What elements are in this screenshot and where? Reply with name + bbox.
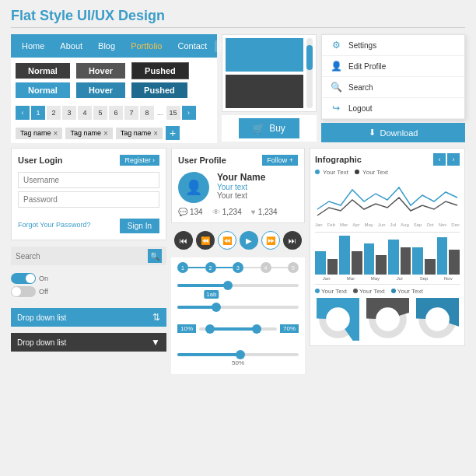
slider-2-track[interactable]: 1ab <box>177 306 299 309</box>
search-submit-button[interactable]: 🔍 <box>148 249 162 263</box>
pagination: ‹ 1 2 3 4 5 6 7 8 ... 15 › <box>11 103 217 123</box>
nav-about[interactable]: About <box>52 34 90 58</box>
media-btn-next[interactable]: ⏭ <box>283 231 302 250</box>
dropdown-2[interactable]: Drop down list ▼ <box>11 333 166 352</box>
page-5[interactable]: 5 <box>93 106 107 120</box>
range-labels: 10% 70% <box>177 324 299 333</box>
menu-settings[interactable]: ⚙ Settings <box>322 35 464 56</box>
step-4: 4 <box>261 262 271 273</box>
scroll-content <box>226 38 303 108</box>
page-7[interactable]: 7 <box>124 106 138 120</box>
next-page-btn[interactable]: › <box>182 106 196 120</box>
range-track[interactable] <box>199 327 277 331</box>
password-input[interactable] <box>18 191 159 208</box>
download-label: Download <box>380 128 418 138</box>
slider-3-thumb[interactable] <box>236 350 245 359</box>
bar-2-gray <box>352 251 362 275</box>
page-1[interactable]: 1 <box>31 106 45 120</box>
pie-legend-3: Your Text <box>391 288 423 295</box>
steps-row: 1 2 3 4 5 <box>177 262 299 273</box>
hover-button-dark[interactable]: Hover <box>76 63 125 79</box>
download-button[interactable]: ⬇ Download <box>321 123 465 142</box>
login-header: User Login Register › <box>18 155 159 166</box>
pie-legend-dot-3 <box>391 289 396 293</box>
page-6[interactable]: 6 <box>109 106 123 120</box>
bar-3-blue <box>364 243 375 275</box>
page-8[interactable]: 8 <box>140 106 154 120</box>
range-thumb-right[interactable] <box>252 324 261 334</box>
toggle-on-thumb <box>26 274 35 283</box>
signin-button[interactable]: Sign In <box>120 219 159 233</box>
toggle-on-track[interactable] <box>11 273 36 284</box>
legend-2: Your Text <box>355 169 388 176</box>
add-tag-button[interactable]: + <box>166 126 180 140</box>
line-chart: JanFebMarAprMayJun JulAugSepOctNovDec <box>315 178 460 227</box>
tag-3-close[interactable]: × <box>153 129 158 138</box>
vertical-scrollbar[interactable] <box>306 38 313 108</box>
media-btn-prev-prev[interactable]: ⏮ <box>174 231 193 250</box>
nav-home[interactable]: Home <box>14 34 52 58</box>
toggle-on: On <box>11 273 166 284</box>
slider-3-track[interactable] <box>177 353 299 356</box>
pushed-button-dark[interactable]: Pushed <box>131 62 189 79</box>
step-2: 2 <box>205 262 216 273</box>
button-row-1: Normal Hover Pushed <box>16 62 212 79</box>
page-3[interactable]: 3 <box>62 106 76 120</box>
search-input[interactable] <box>16 252 145 261</box>
username-input[interactable] <box>18 172 159 188</box>
step-line-3 <box>243 267 261 268</box>
normal-button-dark[interactable]: Normal <box>16 63 70 79</box>
pie-legend-2: Your Text <box>353 288 385 295</box>
normal-button-blue[interactable]: Normal <box>16 82 70 98</box>
pie-legend-dot-2 <box>353 289 358 293</box>
step-line-4 <box>271 267 289 268</box>
likes-icon: ♥ <box>251 208 256 216</box>
line-chart-svg <box>315 178 460 221</box>
menu-search[interactable]: 🔍 Search <box>322 77 464 98</box>
slider-2-thumb[interactable]: 1ab <box>212 303 221 312</box>
range-thumb-left[interactable] <box>205 324 215 334</box>
bar-2-blue <box>339 236 350 275</box>
bar-1-gray <box>327 259 338 275</box>
range-min-label: 10% <box>177 324 196 333</box>
bar-1-blue <box>315 251 326 275</box>
pie-chart-3 <box>416 298 459 341</box>
chart-next-btn[interactable]: › <box>447 153 460 166</box>
media-btn-back[interactable]: ⏪ <box>218 231 236 250</box>
edit-profile-icon: 👤 <box>330 61 342 72</box>
media-btn-play[interactable]: ▶ <box>240 231 258 250</box>
nav-blog[interactable]: Blog <box>90 34 123 58</box>
forgot-password-link[interactable]: Forgot Your Password? <box>18 221 91 229</box>
cart-icon: 🛒 <box>253 123 264 134</box>
follow-button[interactable]: Follow + <box>262 155 298 166</box>
nav-portfolio[interactable]: Portfolio <box>123 34 170 58</box>
slider-3-fill <box>177 353 238 356</box>
menu-logout[interactable]: ↪ Logout <box>322 98 464 119</box>
media-btn-prev[interactable]: ⏪ <box>196 231 215 250</box>
slider-1-thumb[interactable] <box>223 281 233 290</box>
page-4[interactable]: 4 <box>78 106 92 120</box>
toggle-off-track[interactable] <box>11 286 36 297</box>
pie-chart-1 <box>317 298 359 341</box>
hover-button-blue[interactable]: Hover <box>76 82 125 98</box>
slider-1-track[interactable] <box>177 284 299 287</box>
tag-1-close[interactable]: × <box>54 129 58 138</box>
chart-prev-btn[interactable]: ‹ <box>433 153 446 166</box>
pushed-button-blue[interactable]: Pushed <box>131 82 187 98</box>
buy-button[interactable]: 🛒 Buy <box>239 118 299 138</box>
menu-edit-profile[interactable]: 👤 Edit Profile <box>322 56 464 77</box>
page-15[interactable]: 15 <box>166 106 180 120</box>
svg-point-2 <box>326 307 350 331</box>
nav-contact[interactable]: Contact <box>170 34 215 58</box>
profile-name: Your Name <box>217 172 298 183</box>
comments-icon: 💬 <box>178 208 187 216</box>
register-button[interactable]: Register › <box>120 155 159 166</box>
dropdown-1[interactable]: Drop down list ⇅ <box>11 308 166 327</box>
scrollbar-thumb[interactable] <box>306 45 313 70</box>
prev-page-btn[interactable]: ‹ <box>16 106 30 120</box>
page-2[interactable]: 2 <box>47 106 61 120</box>
range-slider: 10% 70% <box>177 320 299 338</box>
line-chart-legend: Your Text Your Text <box>315 169 460 176</box>
tag-2-close[interactable]: × <box>103 129 108 138</box>
media-btn-forward[interactable]: ⏩ <box>261 231 280 250</box>
